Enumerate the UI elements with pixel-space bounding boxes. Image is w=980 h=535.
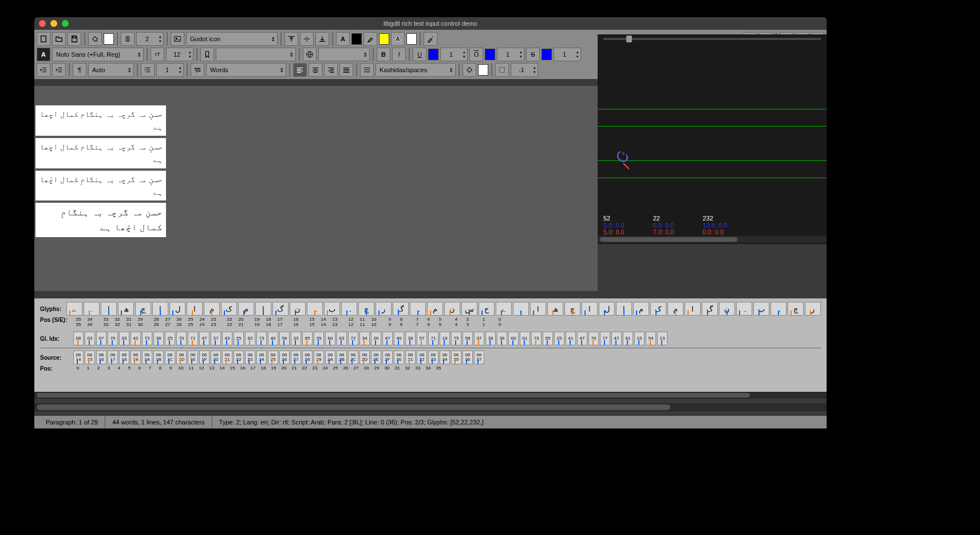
outline-color-swatch[interactable] [406,33,417,45]
source-cell[interactable]: 0618 [119,351,129,364]
glyph-cell[interactable]: ھ [118,302,134,316]
glyph-cell[interactable]: چ [358,302,374,316]
glyph-cell[interactable]: ا [685,302,701,316]
bookmark-button[interactable] [200,48,214,61]
align-justify-button[interactable] [339,63,353,77]
bold-button[interactable]: B [377,48,390,61]
source-cell[interactable]: 0628 [302,351,313,364]
glidx-cell[interactable]: 41 [566,332,576,345]
text-line[interactable]: حسنِ مہ گرچہ بہ ہنگام کمال اچھا ہے [35,138,166,171]
source-cell[interactable]: 062F [382,351,393,364]
glidx-cell[interactable]: 70 [176,332,187,345]
font-button[interactable]: A [37,48,50,61]
valign-middle-button[interactable] [300,32,314,46]
language-button[interactable] [303,48,317,61]
margin-button[interactable] [495,63,509,77]
para-dir-button[interactable]: ¶ [73,63,86,77]
glidx-cell[interactable]: 03 [119,332,129,345]
text-line[interactable]: حسنِ مہ گرچہ بہ ہنگام کمال اچھا ہے [35,105,166,138]
highlight-color-swatch[interactable] [379,33,389,45]
glidx-cell[interactable]: 26 [371,332,381,345]
text-line[interactable]: حسنِ مہ گرچہ بہ ہنگامِ کمال اچّھا ہے [35,203,166,237]
glyph-cell[interactable]: ا [255,302,271,316]
glidx-cell[interactable]: 25 [554,332,564,345]
glyph-cell[interactable]: ا [582,302,598,316]
close-button[interactable] [39,20,46,27]
font-size-spinner[interactable]: 12 ▴▾ [166,48,193,61]
margin-spinner[interactable]: -1▴▾ [511,63,538,77]
glidx-cell[interactable]: 73 [256,332,267,345]
source-cell[interactable]: 0624 [256,351,267,364]
glidx-cell[interactable]: 38 [153,332,164,345]
glidx-cell[interactable]: 81 [623,332,633,345]
glidx-cell[interactable]: 57 [417,332,427,345]
glyph-cell[interactable]: ل [599,302,615,316]
glyph-cell[interactable]: ا [616,302,632,316]
glyph-cell[interactable]: ہ [770,302,787,316]
source-cell[interactable]: 062C [348,351,358,364]
source-cell[interactable]: 062D [359,351,370,364]
glidx-cell[interactable]: 85 [302,332,313,345]
editor-area[interactable]: حسنِ مہ گرچہ بہ ہنگام کمال اچھا ہے حسنِ … [34,86,598,291]
align-center-button[interactable] [309,63,322,77]
list-button[interactable] [121,32,135,46]
source-cell[interactable]: 0616 [96,351,106,364]
glidx-cell[interactable]: 37 [211,332,221,345]
glidx-cell[interactable]: 13 [657,332,667,345]
glidx-cell[interactable]: 54 [646,332,656,345]
glyph-cell[interactable]: ر [805,302,821,316]
text-color-button[interactable]: A [336,32,350,46]
strike-color-swatch[interactable] [542,49,552,60]
glyph-cell[interactable]: ب [324,302,340,316]
glidx-cell[interactable]: 25 [234,332,244,345]
glyph-cell[interactable]: ح [479,302,495,316]
glyph-cell[interactable]: س [461,302,477,316]
glyph-cell[interactable]: ے [496,302,512,316]
glidx-cell[interactable]: 03 [85,332,95,345]
bg-color-swatch[interactable] [478,64,488,76]
glyph-cell[interactable]: چ [135,302,151,316]
glyph-cell[interactable]: ہ [341,302,357,316]
language-select[interactable] [318,48,370,61]
glidx-cell[interactable]: 60 [325,332,335,345]
source-cell[interactable]: 0622 [234,351,244,364]
source-cell[interactable]: 0614 [73,351,84,364]
glidx-cell[interactable]: 42 [131,332,141,345]
para-align-select[interactable]: Auto [88,63,134,77]
strike-button[interactable]: S [526,48,540,61]
glidx-cell[interactable]: 40 [394,332,404,345]
new-button[interactable] [37,32,50,46]
indent-button[interactable] [52,63,66,77]
source-cell[interactable]: 0621 [222,351,232,364]
underline-spinner[interactable]: 1▴▾ [440,48,468,61]
glidx-cell[interactable]: 58 [463,332,473,345]
highlight-button[interactable] [363,32,377,46]
glyph-cell[interactable]: ا [187,302,203,316]
source-cell[interactable]: 0636 [463,351,473,364]
glidx-cell[interactable]: 72 [348,332,358,345]
text-block[interactable]: حسنِ مہ گرچہ بہ ہنگام کمال اچھا ہے حسنِ … [35,105,166,237]
overline-button[interactable]: O [469,48,483,61]
glidx-cell[interactable]: 43 [222,332,232,345]
glidx-cell[interactable]: 35 [314,332,324,345]
source-cell[interactable]: 062E [371,351,381,364]
inspector-scrollbar[interactable] [34,392,827,399]
main-scrollbar[interactable] [34,403,827,411]
source-cell[interactable]: 0637 [474,351,484,364]
glyph-cell[interactable]: ن [290,302,306,316]
glyph-cell[interactable]: م [667,302,683,316]
glyph-cell[interactable]: ہ [736,302,752,316]
overline-color-swatch[interactable] [485,49,495,60]
glyph-cell[interactable]: گ [393,302,409,316]
glyph-cell[interactable]: چ [788,302,804,316]
glyph-cell[interactable]: ب [753,302,769,316]
source-cell[interactable]: 062A [325,351,335,364]
source-cell[interactable]: 0633 [428,351,438,364]
source-cell[interactable]: 0629 [314,351,324,364]
preview-scrollbar[interactable] [598,236,827,243]
italic-button[interactable]: I [392,48,406,61]
justify-select[interactable]: Kashidas/spaces [376,63,456,77]
glidx-cell[interactable]: 37 [474,332,484,345]
underline-color-swatch[interactable] [428,49,438,60]
glidx-cell[interactable]: 36 [497,332,507,345]
